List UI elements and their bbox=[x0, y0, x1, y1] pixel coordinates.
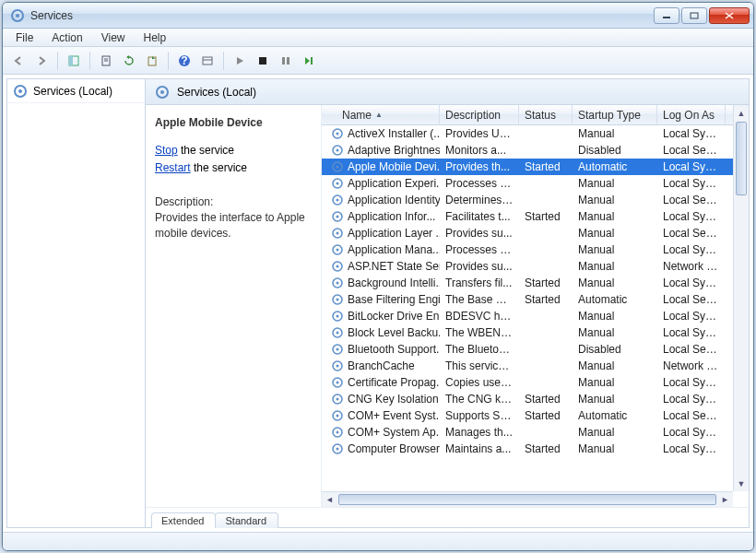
cell-startup: Manual bbox=[573, 241, 657, 259]
gear-icon bbox=[330, 375, 345, 390]
grid-body[interactable]: ActiveX Installer (...Provides Us...Manu… bbox=[322, 125, 749, 507]
cell-startup: Manual bbox=[573, 307, 657, 325]
restart-service-button[interactable] bbox=[299, 51, 319, 71]
cell-status bbox=[519, 380, 573, 385]
gear-icon bbox=[330, 392, 345, 406]
scroll-left-icon[interactable]: ◄ bbox=[322, 492, 337, 507]
cell-description: Transfers fil... bbox=[440, 274, 519, 292]
cell-status bbox=[519, 363, 573, 369]
cell-logon: Local Servic... bbox=[657, 406, 726, 425]
titlebar[interactable]: Services bbox=[3, 3, 753, 29]
cell-logon: Local Syste... bbox=[657, 390, 726, 408]
cell-description: Supports Sy... bbox=[440, 406, 519, 425]
pause-service-button[interactable] bbox=[276, 51, 296, 71]
cell-status bbox=[519, 429, 573, 435]
cell-status bbox=[519, 264, 573, 269]
cell-logon: Local Servic... bbox=[657, 290, 726, 309]
column-description[interactable]: Description bbox=[440, 105, 519, 124]
cell-description: Processes a... bbox=[440, 174, 519, 193]
svg-point-43 bbox=[337, 299, 339, 301]
stop-suffix: the service bbox=[178, 144, 234, 157]
stop-service-button[interactable] bbox=[253, 51, 273, 71]
cell-description: This service ... bbox=[440, 357, 519, 375]
svg-point-39 bbox=[337, 265, 339, 268]
menu-help[interactable]: Help bbox=[136, 29, 174, 46]
view-tabs: Extended Standard bbox=[146, 507, 749, 527]
scroll-thumb-h[interactable] bbox=[338, 494, 716, 505]
back-button[interactable] bbox=[8, 51, 29, 71]
cell-startup: Manual bbox=[573, 373, 657, 392]
svg-point-31 bbox=[337, 199, 339, 202]
cell-logon: Local Servic... bbox=[657, 141, 726, 159]
cell-logon: Network S... bbox=[657, 257, 726, 276]
gear-icon bbox=[330, 143, 345, 158]
scroll-up-icon[interactable]: ▲ bbox=[734, 105, 749, 121]
service-row[interactable]: Computer BrowserMaintains a...StartedMan… bbox=[322, 441, 749, 457]
gear-icon bbox=[330, 441, 345, 456]
show-hide-tree-button[interactable] bbox=[64, 51, 84, 71]
svg-rect-12 bbox=[203, 57, 212, 65]
toolbar: ? bbox=[3, 47, 753, 75]
help-button[interactable]: ? bbox=[174, 51, 195, 71]
gear-icon bbox=[330, 309, 345, 324]
menu-action[interactable]: Action bbox=[44, 29, 89, 46]
minimize-button[interactable] bbox=[654, 7, 679, 24]
menubar: File Action View Help bbox=[3, 29, 753, 47]
cell-startup: Manual bbox=[573, 324, 657, 342]
cell-status bbox=[519, 313, 573, 319]
close-button[interactable] bbox=[709, 7, 750, 24]
main-body: Services (Local) Services (Local) Apple … bbox=[6, 78, 750, 528]
cell-description: BDESVC hos... bbox=[440, 307, 519, 325]
svg-rect-15 bbox=[282, 57, 285, 65]
cell-status bbox=[519, 147, 573, 153]
cell-startup: Manual bbox=[573, 207, 657, 226]
cell-startup: Manual bbox=[573, 257, 657, 276]
svg-point-27 bbox=[337, 166, 339, 169]
tab-standard[interactable]: Standard bbox=[215, 512, 278, 528]
horizontal-scrollbar[interactable]: ◄ ► bbox=[322, 491, 733, 507]
toolbar-extra-button[interactable] bbox=[197, 51, 218, 71]
tab-extended[interactable]: Extended bbox=[151, 512, 216, 528]
cell-startup: Automatic bbox=[573, 406, 657, 425]
stop-service-link[interactable]: Stop bbox=[155, 144, 178, 157]
svg-point-1 bbox=[16, 14, 19, 18]
cell-startup: Manual bbox=[573, 357, 657, 375]
gear-icon bbox=[330, 325, 345, 340]
svg-rect-3 bbox=[691, 13, 698, 18]
gear-icon bbox=[330, 176, 345, 191]
svg-rect-16 bbox=[287, 57, 289, 65]
column-status[interactable]: Status bbox=[519, 105, 573, 124]
refresh-button[interactable] bbox=[119, 51, 139, 71]
export-button[interactable] bbox=[142, 51, 162, 71]
maximize-button[interactable] bbox=[681, 7, 707, 24]
svg-point-25 bbox=[337, 149, 339, 152]
scroll-down-icon[interactable]: ▼ bbox=[734, 476, 749, 491]
scroll-thumb[interactable] bbox=[736, 122, 747, 195]
cell-logon: Local Syste... bbox=[657, 241, 726, 259]
svg-point-41 bbox=[337, 282, 339, 285]
column-startup-type[interactable]: Startup Type bbox=[573, 105, 657, 124]
cell-logon: Local Syste... bbox=[657, 207, 726, 226]
restart-service-link[interactable]: Restart bbox=[155, 161, 191, 174]
tree-root-item[interactable]: Services (Local) bbox=[7, 79, 145, 103]
cell-status bbox=[519, 230, 573, 236]
svg-rect-14 bbox=[259, 57, 266, 65]
cell-status bbox=[519, 181, 573, 186]
cell-description: Processes in... bbox=[440, 241, 519, 259]
gear-icon bbox=[330, 126, 345, 141]
gear-icon bbox=[330, 209, 345, 224]
properties-button[interactable] bbox=[96, 51, 116, 71]
restart-suffix: the service bbox=[191, 161, 247, 174]
menu-file[interactable]: File bbox=[8, 29, 41, 46]
scroll-right-icon[interactable]: ► bbox=[717, 492, 733, 507]
svg-text:?: ? bbox=[181, 54, 187, 67]
forward-button[interactable] bbox=[31, 51, 52, 71]
cell-status bbox=[519, 131, 573, 136]
menu-view[interactable]: View bbox=[94, 29, 133, 46]
cell-startup: Manual bbox=[573, 174, 657, 193]
column-name[interactable]: Name▲ bbox=[322, 105, 440, 124]
vertical-scrollbar[interactable]: ▲ ▼ bbox=[733, 105, 749, 491]
column-log-on-as[interactable]: Log On As bbox=[657, 105, 726, 124]
cell-startup: Manual bbox=[573, 440, 657, 458]
start-service-button[interactable] bbox=[230, 51, 250, 71]
